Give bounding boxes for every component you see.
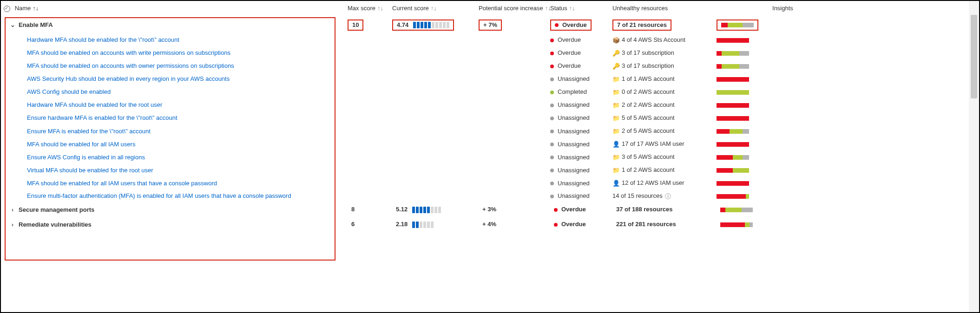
status-dot-icon bbox=[550, 91, 554, 94]
healthbar-cell bbox=[714, 98, 770, 111]
recommendation-link[interactable]: Hardware MFA should be enabled for the r… bbox=[27, 101, 162, 108]
status-dot-icon bbox=[550, 78, 554, 81]
column-header-potential[interactable]: Potential score increase↑↓ bbox=[476, 1, 547, 17]
recommendation-link[interactable]: Ensure hardware MFA is enabled for the \… bbox=[27, 114, 178, 121]
status-cell: Unassigned bbox=[547, 137, 610, 150]
sort-icon: ↑↓ bbox=[569, 5, 575, 12]
recommendation-row[interactable]: MFA should be enabled on accounts with w… bbox=[1, 46, 968, 59]
group-name: Secure management ports bbox=[19, 206, 94, 213]
status-dot-icon bbox=[550, 182, 554, 185]
cube-icon: 📦 bbox=[612, 37, 620, 44]
recommendation-link[interactable]: Hardware MFA should be enabled for the \… bbox=[27, 36, 179, 43]
group-row[interactable]: ›Secure management ports85.12 + 3%Overdu… bbox=[1, 202, 968, 217]
unhealthy-cell: 📁0 of 2 AWS account bbox=[610, 85, 714, 98]
status-dot-icon bbox=[550, 104, 554, 107]
folder-icon: 📁 bbox=[612, 102, 620, 109]
sort-icon: ↑↓ bbox=[33, 5, 39, 12]
column-header-unhealthy[interactable]: Unhealthy resources bbox=[610, 1, 770, 17]
unhealthy-cell: 👤17 of 17 AWS IAM user bbox=[610, 137, 714, 150]
chevron-down-icon[interactable]: ⌄ bbox=[9, 21, 16, 28]
recommendation-link[interactable]: MFA should be enabled on accounts with o… bbox=[27, 62, 234, 69]
recommendation-link[interactable]: MFA should be enabled for all IAM users … bbox=[27, 180, 217, 187]
unhealthy-cell: 📁5 of 5 AWS account bbox=[610, 111, 714, 124]
iam-icon: 👤 bbox=[612, 180, 620, 187]
key-icon: 🔑 bbox=[612, 50, 620, 57]
chevron-right-icon[interactable]: › bbox=[9, 206, 16, 213]
chevron-right-icon[interactable]: › bbox=[9, 221, 16, 228]
status-dot-icon bbox=[555, 23, 559, 27]
status-cell: Unassigned bbox=[547, 98, 610, 111]
resource-health-bar bbox=[717, 129, 749, 134]
unhealthy-cell: 🔑3 of 17 subscription bbox=[610, 46, 714, 59]
column-header-status[interactable]: Status↑↓ bbox=[547, 1, 610, 17]
recommendation-link[interactable]: AWS Config should be enabled bbox=[27, 88, 111, 95]
current-score-cell: 5.12 bbox=[389, 202, 476, 217]
group-row[interactable]: ⌄Enable MFA104.74 + 7%Overdue7 of 21 res… bbox=[1, 17, 968, 33]
column-header-name[interactable]: Name↑↓ bbox=[1, 1, 345, 17]
recommendation-link[interactable]: Ensure AWS Config is enabled in all regi… bbox=[27, 154, 145, 161]
healthbar-cell bbox=[714, 111, 770, 124]
healthbar-cell bbox=[714, 189, 770, 202]
folder-icon: 📁 bbox=[612, 115, 620, 122]
recommendation-row[interactable]: MFA should be enabled on accounts with o… bbox=[1, 59, 968, 72]
recommendation-row[interactable]: Ensure AWS Config is enabled in all regi… bbox=[1, 150, 968, 163]
recommendation-row[interactable]: Hardware MFA should be enabled for the r… bbox=[1, 98, 968, 111]
status-cell: Unassigned bbox=[547, 150, 610, 163]
status-dot-icon bbox=[550, 195, 554, 198]
resource-health-bar bbox=[720, 222, 753, 227]
max-score-cell: 10 bbox=[345, 17, 389, 33]
healthbar-cell bbox=[714, 124, 770, 137]
status-cell: Unassigned bbox=[547, 189, 610, 202]
recommendation-link[interactable]: Ensure multi-factor authentication (MFA)… bbox=[27, 192, 291, 199]
recommendation-row[interactable]: MFA should be enabled for all IAM usersU… bbox=[1, 137, 968, 150]
status-cell: Overdue bbox=[547, 217, 610, 232]
folder-icon: 📁 bbox=[612, 154, 620, 161]
status-dot-icon bbox=[554, 208, 558, 212]
recommendation-row[interactable]: Ensure hardware MFA is enabled for the \… bbox=[1, 111, 968, 124]
select-all-icon[interactable] bbox=[4, 6, 10, 12]
healthbar-cell bbox=[714, 85, 770, 98]
resource-health-bar bbox=[717, 155, 749, 160]
unhealthy-cell: 📦4 of 4 AWS Sts Account bbox=[610, 33, 714, 46]
unhealthy-cell: 📁1 of 2 AWS account bbox=[610, 163, 714, 176]
unhealthy-cell: 🔑3 of 17 subscription bbox=[610, 59, 714, 72]
group-row[interactable]: ›Remediate vulnerabilities62.18 + 4%Over… bbox=[1, 217, 968, 232]
status-cell: Unassigned bbox=[547, 72, 610, 85]
recommendation-row[interactable]: AWS Config should be enabledCompleted📁0 … bbox=[1, 85, 968, 98]
resource-health-bar bbox=[717, 103, 749, 108]
column-header-insights[interactable]: Insights bbox=[770, 1, 968, 17]
healthbar-cell bbox=[714, 17, 770, 33]
status-dot-icon bbox=[550, 65, 554, 68]
unhealthy-cell: 📁2 of 2 AWS account bbox=[610, 98, 714, 111]
healthbar-cell bbox=[714, 33, 770, 46]
potential-cell: + 4% bbox=[476, 217, 547, 232]
resource-health-bar bbox=[717, 181, 749, 186]
recommendation-row[interactable]: Ensure multi-factor authentication (MFA)… bbox=[1, 189, 968, 202]
unhealthy-cell: 📁3 of 5 AWS account bbox=[610, 150, 714, 163]
info-icon[interactable]: i bbox=[665, 193, 671, 199]
recommendation-row[interactable]: AWS Security Hub should be enabled in ev… bbox=[1, 72, 968, 85]
status-dot-icon bbox=[550, 39, 554, 42]
recommendation-row[interactable]: Hardware MFA should be enabled for the \… bbox=[1, 33, 968, 46]
recommendation-link[interactable]: AWS Security Hub should be enabled in ev… bbox=[27, 75, 230, 82]
resource-health-bar bbox=[717, 116, 749, 121]
resource-health-bar bbox=[717, 168, 749, 173]
recommendation-row[interactable]: MFA should be enabled for all IAM users … bbox=[1, 176, 968, 189]
status-cell: Unassigned bbox=[547, 124, 610, 137]
recommendation-link[interactable]: Ensure MFA is enabled for the \"root\" a… bbox=[27, 128, 151, 135]
unhealthy-cell: 📁1 of 1 AWS account bbox=[610, 72, 714, 85]
recommendation-row[interactable]: Virtual MFA should be enabled for the ro… bbox=[1, 163, 968, 176]
folder-icon: 📁 bbox=[612, 89, 620, 96]
column-header-max-score[interactable]: Max score↑↓ bbox=[345, 1, 389, 17]
recommendation-link[interactable]: MFA should be enabled on accounts with w… bbox=[27, 49, 230, 56]
scrollbar[interactable] bbox=[969, 1, 979, 312]
status-cell: Completed bbox=[547, 85, 610, 98]
recommendation-row[interactable]: Ensure MFA is enabled for the \"root\" a… bbox=[1, 124, 968, 137]
column-header-current-score[interactable]: Current score↑↓ bbox=[389, 1, 476, 17]
recommendation-link[interactable]: Virtual MFA should be enabled for the ro… bbox=[27, 167, 153, 174]
recommendation-link[interactable]: MFA should be enabled for all IAM users bbox=[27, 141, 135, 148]
folder-icon: 📁 bbox=[612, 76, 620, 83]
folder-icon: 📁 bbox=[612, 128, 620, 135]
status-cell: Overdue bbox=[547, 17, 610, 33]
scrollbar-thumb[interactable] bbox=[971, 15, 977, 98]
